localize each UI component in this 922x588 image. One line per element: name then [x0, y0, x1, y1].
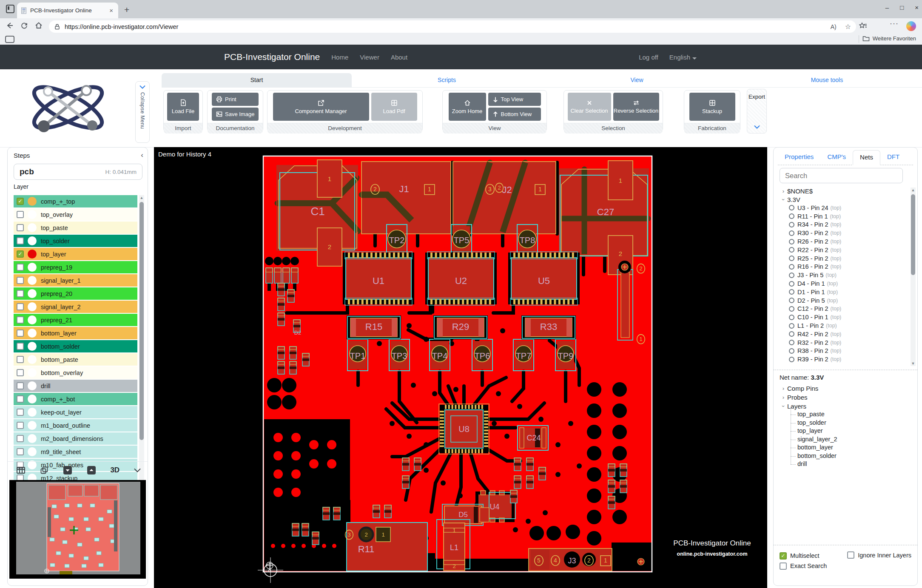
net-pin-item[interactable]: C10 - Pin 1(top)	[789, 313, 907, 321]
layer-visibility-checkbox[interactable]	[17, 356, 24, 363]
ribbon-tab-mouse-tools[interactable]: Mouse tools	[732, 73, 922, 87]
net-pin-item[interactable]: R42 - Pin 2(top)	[789, 330, 907, 338]
url-text[interactable]: https://online.pcb-investigator.com/View…	[65, 23, 831, 30]
layer-row[interactable]: top_paste	[14, 222, 137, 234]
layer-color-swatch[interactable]	[28, 223, 37, 232]
read-aloud-icon[interactable]: A)	[831, 23, 837, 30]
net-pin-item[interactable]: R16 - Pin 2(top)	[789, 263, 907, 271]
pcb-label-1[interactable]: 1	[604, 557, 607, 564]
pcb-label-J2[interactable]: J2	[502, 185, 512, 195]
pcb-label-R33[interactable]: R33	[540, 321, 557, 332]
back-icon[interactable]	[3, 21, 17, 31]
move-layer-down-icon[interactable]	[63, 466, 72, 475]
export-button[interactable]: Export	[747, 89, 767, 134]
pcb-label-U4[interactable]: U4	[489, 503, 499, 511]
layer-visibility-checkbox[interactable]	[17, 422, 24, 429]
layer-row[interactable]: ✓top_layer	[14, 248, 137, 260]
pcb-label-2[interactable]: 2	[639, 265, 642, 272]
tab-close-icon[interactable]: ×	[108, 7, 115, 14]
layer-scrollbar[interactable]: ▲ ▼	[139, 195, 144, 485]
net-layer-item[interactable]: top_solder	[791, 419, 911, 428]
pcb-label-C24[interactable]: C24	[526, 434, 541, 442]
pcb-label-TP6[interactable]: TP6	[475, 351, 490, 361]
stackup-button[interactable]: Stackup	[689, 93, 735, 121]
layer-visibility-checkbox[interactable]: ✓	[17, 198, 24, 205]
pcb-label-D2[interactable]: D2	[294, 330, 302, 336]
layer-visibility-checkbox[interactable]	[17, 264, 24, 271]
table-view-icon[interactable]	[16, 466, 26, 474]
net-pin-item[interactable]: R22 - Pin 2(top)	[789, 246, 907, 254]
layer-color-swatch[interactable]	[28, 408, 37, 417]
zoom-home-button[interactable]: Zoom Home	[449, 93, 486, 121]
pcb-label-D5[interactable]: D5	[458, 511, 468, 519]
layer-color-swatch[interactable]	[28, 395, 37, 403]
home-icon[interactable]	[31, 21, 46, 31]
layer-color-swatch[interactable]	[28, 276, 37, 285]
layer-color-swatch[interactable]	[28, 329, 37, 338]
layer-color-swatch[interactable]	[28, 263, 37, 272]
layer-row[interactable]: keep-out_layer	[14, 406, 137, 418]
inspector-tab-properties[interactable]: Properties	[778, 150, 820, 165]
mode-3d-button[interactable]: 3D	[110, 466, 120, 474]
pcb-label-U5[interactable]: U5	[538, 276, 550, 286]
net-pin-item[interactable]: R32 - Pin 2(top)	[789, 338, 907, 347]
reverse-selection-button[interactable]: Reverse Selection	[613, 93, 659, 121]
clear-selection-button[interactable]: Clear Selection	[568, 93, 611, 121]
move-layer-up-icon[interactable]	[87, 466, 96, 475]
layer-row[interactable]: m1_board_outline	[14, 419, 137, 432]
browser-tab[interactable]: PCB-Investigator Online ×	[17, 3, 118, 18]
net-layer-item[interactable]: signal_layer_2	[791, 436, 911, 444]
layer-row[interactable]: comp_+_bot	[14, 393, 137, 405]
layer-color-swatch[interactable]	[28, 250, 37, 258]
layer-visibility-checkbox[interactable]	[17, 369, 24, 376]
copilot-icon[interactable]	[906, 21, 916, 31]
pcb-label-TP1[interactable]: TP1	[350, 351, 366, 361]
layer-visibility-checkbox[interactable]	[17, 448, 24, 455]
layer-visibility-checkbox[interactable]	[17, 343, 24, 350]
favorite-star-icon[interactable]: ☆	[845, 23, 851, 31]
layer-row[interactable]: top_solder	[14, 235, 137, 247]
net-pin-item[interactable]: D4 - Pin 1(top)	[789, 279, 907, 288]
pcb-label-1[interactable]: 1	[639, 336, 642, 342]
pcb-label-2[interactable]: 2	[619, 250, 622, 257]
pcb-label-3[interactable]: 3	[347, 531, 350, 538]
layer-visibility-checkbox[interactable]	[17, 395, 24, 403]
probes-node[interactable]: ›Probes	[780, 393, 911, 402]
top-view-button[interactable]: Top View	[488, 93, 541, 106]
app-brand[interactable]: PCB-Investigator Online	[224, 52, 320, 62]
layer-row[interactable]: bottom_solder	[14, 340, 137, 352]
net-layer-item[interactable]: top_layer	[791, 427, 911, 436]
layer-row[interactable]: m9_title_sheet	[14, 446, 137, 458]
inspector-tab-cmp-s[interactable]: CMP's	[820, 150, 853, 165]
layer-color-swatch[interactable]	[28, 315, 37, 324]
pcb-label-TP8[interactable]: TP8	[520, 236, 535, 245]
board-thumbnail[interactable]	[9, 480, 146, 579]
pcb-label-J3[interactable]: J3	[568, 557, 576, 565]
address-bar[interactable]: https://online.pcb-investigator.com/View…	[49, 20, 856, 33]
more-favorites-button[interactable]: Weitere Favoriten	[862, 35, 916, 42]
pcb-label-1[interactable]: 1	[538, 186, 542, 193]
pcb-label-2[interactable]: 2	[452, 563, 455, 569]
nav-viewer[interactable]: Viewer	[360, 54, 379, 61]
ribbon-tab-start[interactable]: Start	[162, 73, 352, 87]
layer-row[interactable]: prepreg_20	[14, 287, 137, 300]
pcb-label-C1[interactable]: C1	[310, 205, 324, 218]
net-group-none[interactable]: › $NONE$	[780, 187, 907, 195]
layer-visibility-checkbox[interactable]	[17, 316, 24, 324]
window-minimize-button[interactable]: –	[885, 4, 889, 11]
layer-color-swatch[interactable]	[28, 421, 37, 430]
pcb-label-1[interactable]: 1	[428, 186, 431, 193]
inspector-tab-dft[interactable]: DFT	[880, 150, 906, 165]
layer-color-swatch[interactable]	[28, 355, 37, 364]
pcb-label-J1[interactable]: J1	[399, 184, 409, 194]
pcb-label-1[interactable]: 1	[452, 527, 455, 534]
layer-row[interactable]: bottom_overlay	[14, 366, 137, 379]
layer-color-swatch[interactable]	[28, 447, 37, 456]
net-pin-item[interactable]: L1 - Pin 2(top)	[789, 321, 907, 330]
net-pin-item[interactable]: R38 - Pin 2(top)	[789, 347, 907, 355]
layer-row[interactable]: signal_layer_2	[14, 301, 137, 313]
net-pin-item[interactable]: R39 - Pin 2(top)	[789, 355, 907, 364]
layer-visibility-checkbox[interactable]	[17, 409, 24, 416]
ribbon-tab-view[interactable]: View	[542, 73, 732, 87]
layer-color-swatch[interactable]	[28, 368, 37, 377]
